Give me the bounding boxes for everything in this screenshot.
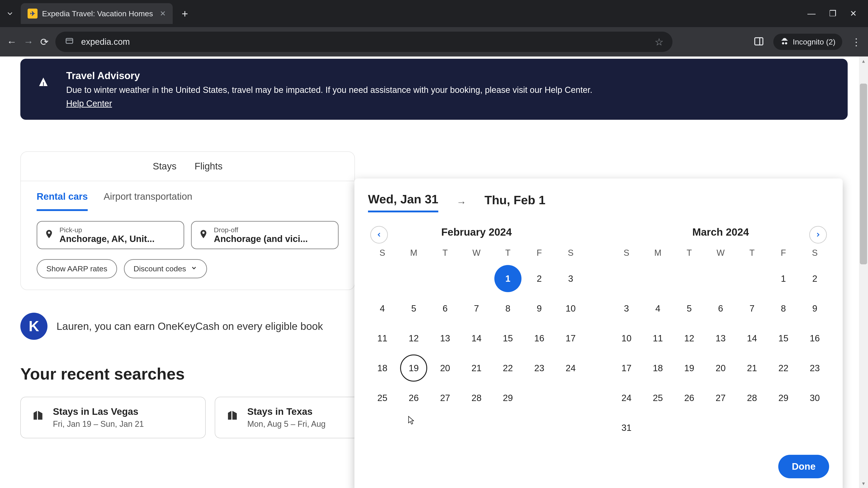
calendar-day[interactable]: 12	[400, 325, 427, 352]
calendar-day[interactable]: 30	[801, 384, 829, 412]
calendar-day[interactable]: 23	[526, 355, 553, 382]
bookmark-star-icon[interactable]: ☆	[655, 36, 663, 48]
discount-codes-dropdown[interactable]: Discount codes	[124, 259, 207, 278]
calendar-day[interactable]: 16	[526, 325, 553, 352]
calendar-day[interactable]: 5	[676, 295, 703, 322]
calendar-day[interactable]: 21	[739, 355, 766, 382]
site-info-icon[interactable]	[64, 36, 74, 48]
day-of-week-header: T	[738, 248, 766, 262]
calendar-day[interactable]: 16	[801, 325, 829, 352]
calendar-day[interactable]: 6	[432, 295, 459, 322]
calendar-day[interactable]: 22	[494, 355, 522, 382]
calendar-day[interactable]: 26	[400, 384, 427, 412]
calendar-day[interactable]: 6	[707, 295, 734, 322]
calendar-day[interactable]: 11	[369, 325, 396, 352]
tab-search-dropdown[interactable]	[4, 7, 16, 20]
calendar-day[interactable]: 7	[739, 295, 766, 322]
calendar-day[interactable]: 9	[526, 295, 553, 322]
calendar-day[interactable]: 4	[369, 295, 396, 322]
recent-card[interactable]: Stays in Las Vegas Fri, Jan 19 – Sun, Ja…	[20, 397, 206, 438]
calendar-day[interactable]: 25	[644, 384, 671, 412]
next-month-button[interactable]	[809, 226, 827, 243]
new-tab-button[interactable]: +	[182, 7, 188, 20]
omnibox[interactable]: expedia.com ☆	[55, 32, 673, 52]
end-date-tab[interactable]: Thu, Feb 1	[485, 193, 546, 212]
calendar-day[interactable]: 27	[432, 384, 459, 412]
calendar-day[interactable]: 14	[463, 325, 490, 352]
calendar-day[interactable]: 2	[801, 265, 829, 292]
calendar-day[interactable]: 10	[613, 325, 640, 352]
calendar-day[interactable]: 29	[770, 384, 797, 412]
recent-card-title: Stays in Las Vegas	[53, 406, 144, 417]
calendar-day[interactable]: 11	[644, 325, 671, 352]
subtab-rental-cars[interactable]: Rental cars	[37, 191, 88, 211]
month-name: March 2024	[612, 226, 829, 238]
calendar-day[interactable]: 24	[613, 384, 640, 412]
calendar-day[interactable]: 20	[432, 355, 459, 382]
prev-month-button[interactable]	[370, 226, 388, 243]
calendar-day[interactable]: 27	[707, 384, 734, 412]
calendar-day[interactable]: 3	[613, 295, 640, 322]
calendar-day[interactable]: 7	[463, 295, 490, 322]
calendar-day[interactable]: 31	[613, 414, 640, 441]
calendar-day[interactable]: 21	[463, 355, 490, 382]
calendar-day[interactable]: 28	[463, 384, 490, 412]
subtab-airport-transportation[interactable]: Airport transportation	[103, 191, 192, 211]
reload-button[interactable]: ⟳	[40, 36, 49, 48]
calendar-day[interactable]: 26	[676, 384, 703, 412]
close-icon[interactable]: ✕	[160, 9, 166, 18]
dropoff-field[interactable]: Drop-off Anchorage (and vici...	[191, 221, 339, 249]
calendar-day[interactable]: 2	[526, 265, 553, 292]
scrollbar-track[interactable]: ▴ ▾	[859, 57, 868, 488]
pickup-field[interactable]: Pick-up Anchorage, AK, Unit...	[37, 221, 184, 249]
help-center-link[interactable]: Help Center	[66, 99, 112, 108]
calendar-day[interactable]: 25	[369, 384, 396, 412]
calendar-day[interactable]: 8	[494, 295, 522, 322]
calendar-day[interactable]: 19	[676, 355, 703, 382]
calendar-day[interactable]: 20	[707, 355, 734, 382]
forward-button[interactable]: →	[24, 36, 33, 47]
aarp-rates-button[interactable]: Show AARP rates	[37, 259, 117, 278]
tab-flights[interactable]: Flights	[195, 161, 223, 172]
minimize-icon[interactable]: —	[807, 9, 815, 18]
calendar-day[interactable]: 23	[801, 355, 829, 382]
kebab-menu-icon[interactable]: ⋮	[851, 36, 861, 48]
calendar-day[interactable]: 13	[432, 325, 459, 352]
calendar-day[interactable]: 5	[400, 295, 427, 322]
incognito-badge[interactable]: Incognito (2)	[773, 34, 842, 50]
start-date-tab[interactable]: Wed, Jan 31	[368, 192, 438, 213]
calendar-day[interactable]: 8	[770, 295, 797, 322]
calendar-day[interactable]: 17	[613, 355, 640, 382]
calendar-day[interactable]: 4	[644, 295, 671, 322]
calendar-day[interactable]: 3	[557, 265, 584, 292]
day-of-week-header: F	[769, 248, 798, 262]
scroll-down-arrow-icon[interactable]: ▾	[859, 479, 868, 488]
browser-tab[interactable]: ✈ Expedia Travel: Vacation Homes ✕	[21, 3, 173, 24]
back-button[interactable]: ←	[7, 36, 17, 47]
scroll-up-arrow-icon[interactable]: ▴	[859, 57, 868, 66]
pickup-value: Anchorage, AK, Unit...	[59, 234, 155, 244]
side-panel-icon[interactable]	[753, 36, 764, 48]
calendar-day[interactable]: 14	[739, 325, 766, 352]
calendar-day[interactable]: 15	[494, 325, 522, 352]
calendar-day[interactable]: 15	[770, 325, 797, 352]
calendar-day[interactable]: 18	[644, 355, 671, 382]
calendar-day[interactable]: 12	[676, 325, 703, 352]
calendar-day[interactable]: 13	[707, 325, 734, 352]
calendar-day[interactable]: 10	[557, 295, 584, 322]
close-window-icon[interactable]: ✕	[850, 9, 857, 18]
calendar-day[interactable]: 22	[770, 355, 797, 382]
maximize-icon[interactable]: ❐	[829, 9, 836, 18]
calendar-day[interactable]: 17	[557, 325, 584, 352]
calendar-day[interactable]: 24	[557, 355, 584, 382]
calendar-day[interactable]: 18	[369, 355, 396, 382]
calendar-day[interactable]: 1	[494, 265, 522, 292]
calendar-day[interactable]: 9	[801, 295, 829, 322]
done-button[interactable]: Done	[778, 455, 829, 478]
scrollbar-thumb[interactable]	[860, 84, 867, 264]
tab-stays[interactable]: Stays	[153, 161, 177, 172]
calendar-day[interactable]: 28	[739, 384, 766, 412]
calendar-day[interactable]: 29	[494, 384, 522, 412]
calendar-day[interactable]: 1	[770, 265, 797, 292]
calendar-day[interactable]: 19	[400, 355, 427, 382]
